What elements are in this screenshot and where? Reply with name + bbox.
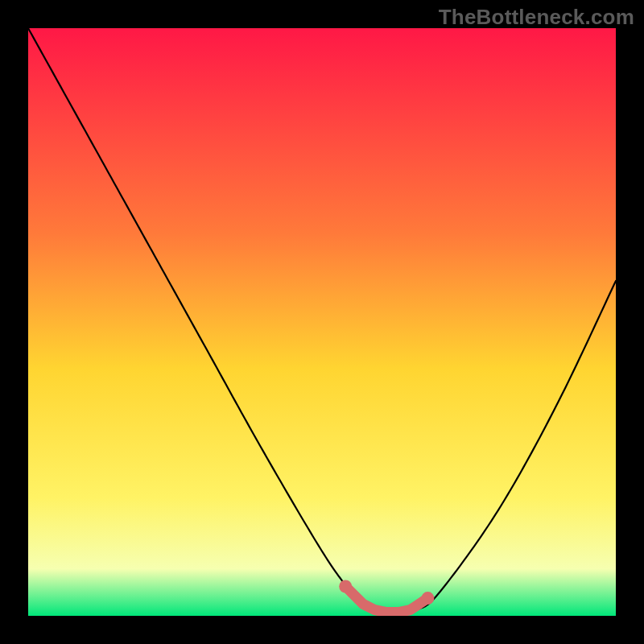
chart-frame: TheBottleneck.com <box>0 0 644 644</box>
highlight-end-dot <box>339 580 352 593</box>
watermark-text: TheBottleneck.com <box>439 5 634 30</box>
highlight-end-dot <box>421 592 434 605</box>
plot-area <box>28 28 616 616</box>
gradient-background <box>28 28 616 616</box>
chart-svg <box>28 28 616 616</box>
